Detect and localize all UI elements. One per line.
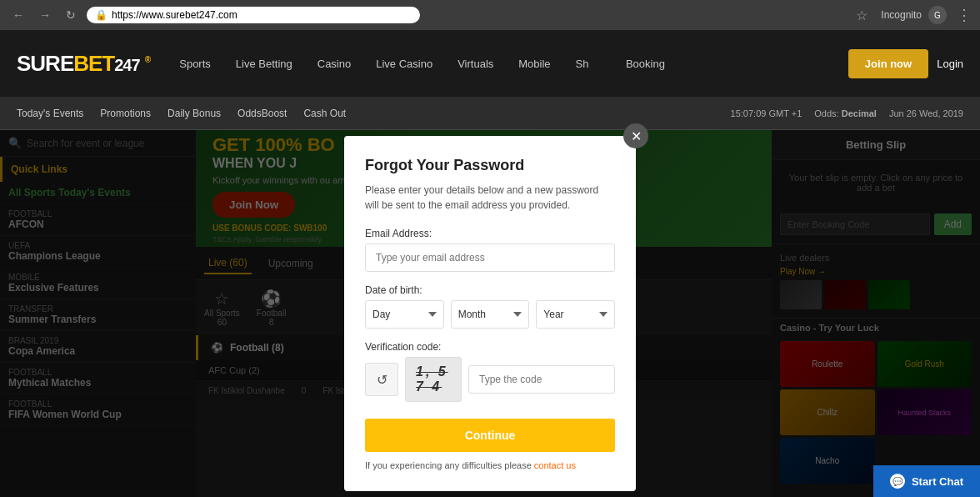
forgot-password-modal: ✕ Forgot Your Password Please enter your…	[344, 136, 636, 491]
current-time: 15:07:09 GMT +1	[731, 108, 802, 118]
refresh-button[interactable]: ↻	[62, 7, 80, 23]
logo-num: 247	[114, 56, 139, 74]
verification-label: Verification code:	[365, 341, 615, 353]
nav-sports[interactable]: Sports	[175, 53, 215, 74]
dob-form-group: Date of birth: Day Month Year	[365, 284, 615, 329]
year-select[interactable]: Year	[536, 300, 615, 329]
dob-label: Date of birth:	[365, 284, 615, 296]
current-date: Jun 26 Wed, 2019	[889, 108, 963, 118]
modal-overlay: ✕ Forgot Your Password Please enter your…	[0, 130, 980, 497]
captcha-refresh-button[interactable]: ↺	[365, 363, 398, 396]
captcha-input[interactable]	[468, 365, 615, 394]
navbar-cashout[interactable]: Cash Out	[303, 108, 346, 119]
modal-title: Forgot Your Password	[365, 157, 615, 174]
main-nav: Sports Live Betting Casino Live Casino V…	[175, 53, 823, 74]
nav-casino[interactable]: Casino	[313, 53, 355, 74]
url-text: https://www.surebet247.com	[112, 9, 238, 21]
join-now-button[interactable]: Join now	[848, 49, 928, 78]
captcha-image: 1, 5 7 4	[405, 357, 462, 402]
contact-us-link[interactable]: contact us	[534, 460, 576, 470]
footer-text: If you experiencing any difficulties ple…	[365, 460, 534, 470]
navbar-oddsboost[interactable]: OddsBoost	[238, 108, 287, 119]
logo-sub: ®	[145, 55, 150, 64]
chat-bubble-icon: 💬	[890, 474, 905, 489]
captcha-row: ↺ 1, 5 7 4	[365, 357, 615, 402]
lock-icon: 🔒	[95, 9, 108, 21]
navbar-promotions[interactable]: Promotions	[100, 108, 151, 119]
nav-bar: Today's Events Promotions Daily Bonus Od…	[0, 97, 980, 130]
incognito-avatar: G	[928, 6, 947, 24]
url-bar[interactable]: 🔒 https://www.surebet247.com	[87, 7, 420, 23]
email-input[interactable]	[365, 243, 615, 272]
nav-mobile[interactable]: Mobile	[514, 53, 554, 74]
start-chat-button[interactable]: 💬 Start Chat	[873, 465, 980, 497]
browser-menu-icon[interactable]: ⋮	[957, 6, 972, 24]
modal-subtitle: Please enter your details below and a ne…	[365, 183, 615, 213]
forward-button[interactable]: →	[35, 7, 55, 23]
nav-shop[interactable]: Shop	[572, 53, 605, 74]
day-select[interactable]: Day	[365, 300, 444, 329]
site-logo[interactable]: SUREBET247 ®	[17, 51, 150, 77]
navbar-daily-bonus[interactable]: Daily Bonus	[168, 108, 221, 119]
login-button[interactable]: Login	[937, 58, 963, 70]
logo-sure: SURE	[17, 51, 73, 76]
nav-virtuals[interactable]: Virtuals	[453, 53, 498, 74]
site-header: SUREBET247 ® Sports Live Betting Casino …	[0, 30, 980, 97]
nav-booking[interactable]: Booking	[622, 53, 669, 74]
odds-label: Odds: Decimal	[814, 108, 877, 118]
bookmark-icon[interactable]: ☆	[856, 8, 868, 23]
modal-close-button[interactable]: ✕	[623, 123, 648, 148]
start-chat-label: Start Chat	[912, 475, 963, 488]
main-layout: 🔍 Quick Links All Sports Today's Events …	[0, 130, 980, 497]
verification-form-group: Verification code: ↺ 1, 5 7 4	[365, 341, 615, 402]
navbar-today[interactable]: Today's Events	[17, 108, 83, 119]
logo-bet: BET	[73, 51, 114, 76]
nav-live-betting[interactable]: Live Betting	[232, 53, 297, 74]
date-row: Day Month Year	[365, 300, 615, 329]
back-button[interactable]: ←	[8, 7, 28, 23]
incognito-label: Incognito	[881, 9, 922, 21]
email-label: Email Address:	[365, 228, 615, 239]
nav-live-casino[interactable]: Live Casino	[372, 53, 437, 74]
email-form-group: Email Address:	[365, 228, 615, 272]
nav-bar-right: 15:07:09 GMT +1 Odds: Decimal Jun 26 Wed…	[731, 108, 963, 118]
header-actions: Join now Login	[848, 49, 963, 78]
month-select[interactable]: Month	[451, 300, 530, 329]
modal-footer: If you experiencing any difficulties ple…	[365, 460, 615, 470]
browser-bar: ← → ↻ 🔒 https://www.surebet247.com ☆ Inc…	[0, 0, 980, 30]
continue-button[interactable]: Continue	[365, 419, 615, 452]
